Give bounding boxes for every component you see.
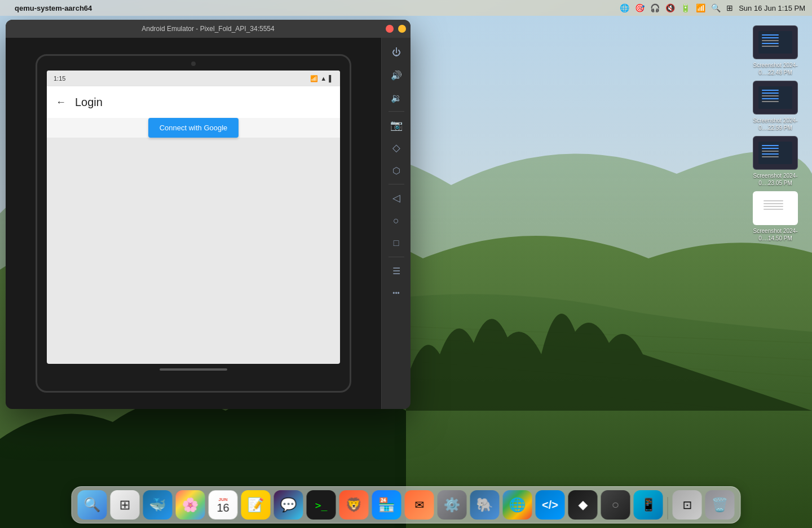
- screenshot-button[interactable]: 📷: [386, 115, 407, 135]
- window-controls: × −: [386, 25, 406, 33]
- dock-item-postman[interactable]: ✉: [405, 490, 434, 520]
- screenshot-label-4: Screenshot 2024-0....14.50 PM: [750, 227, 801, 242]
- dock-item-system-settings[interactable]: ⚙️: [438, 490, 467, 520]
- screenshot-label-3: Screenshot 2024-0....23.05 PM: [750, 172, 801, 187]
- back-arrow-icon[interactable]: ←: [56, 96, 66, 108]
- status-time: 1:15: [54, 75, 65, 82]
- sidebar-divider-2: [389, 184, 404, 184]
- volume-up-button[interactable]: 🔊: [386, 65, 407, 85]
- tablet-camera: [191, 61, 196, 66]
- dock-item-terminal[interactable]: >_: [307, 490, 336, 520]
- desktop-icons: Screenshot 2024-0....22.48 PM Screenshot…: [750, 25, 801, 242]
- mute-icon[interactable]: 🔇: [665, 3, 675, 12]
- tablet-frame: 1:15 📶 ▲ ▌ ← Login: [36, 54, 351, 393]
- dock-item-slack[interactable]: 💬: [274, 490, 303, 520]
- code-preview-3: [758, 142, 792, 164]
- desktop-icon-screenshot-1[interactable]: Screenshot 2024-0....22.48 PM: [750, 25, 801, 76]
- dock-item-calendar[interactable]: JUN 16: [209, 490, 238, 520]
- more-button[interactable]: ☰: [386, 261, 407, 281]
- code-preview-2: [758, 86, 792, 109]
- status-icons: 📶 ▲ ▌: [310, 75, 333, 82]
- dock-item-appstore[interactable]: 🏪: [372, 490, 401, 520]
- screenshot-label-1: Screenshot 2024-0....22.48 PM: [750, 61, 801, 76]
- login-header: ← Login: [47, 86, 340, 118]
- dock-item-launchpad[interactable]: ⊞: [111, 490, 140, 520]
- fold-button[interactable]: ⬡: [386, 160, 407, 181]
- screenshot-thumbnail-4: [753, 191, 798, 225]
- extra-button[interactable]: •••: [386, 283, 407, 303]
- power-button[interactable]: ⏻: [386, 42, 407, 63]
- dock-item-docker[interactable]: 🐳: [143, 490, 173, 520]
- dock-item-photos[interactable]: 🌸: [176, 490, 205, 520]
- window-title: Android Emulator - Pixel_Fold_API_34:555…: [142, 25, 274, 33]
- android-content: ← Login Connect with Google: [47, 86, 340, 138]
- rotate-button[interactable]: ◇: [386, 138, 407, 158]
- dock-item-finder2[interactable]: ⊡: [673, 490, 702, 520]
- screenshot-thumbnail-2: [753, 81, 798, 115]
- menubar-time: Sun 16 Jun 1:15 PM: [739, 4, 805, 12]
- dock-item-phone-mirror[interactable]: 📱: [634, 490, 663, 520]
- globe-icon[interactable]: 🌐: [620, 3, 629, 12]
- code-preview-1: [758, 31, 792, 54]
- login-title: Login: [75, 96, 103, 109]
- controlcenter-icon[interactable]: ⊞: [726, 3, 733, 12]
- dock-item-trash[interactable]: 🗑️: [705, 490, 735, 520]
- android-statusbar: 1:15 📶 ▲ ▌: [47, 71, 340, 86]
- volume-down-button[interactable]: 🔉: [386, 87, 407, 108]
- back-button[interactable]: ◁: [386, 188, 407, 208]
- recents-button[interactable]: □: [386, 233, 407, 253]
- wifi-icon[interactable]: 📶: [696, 3, 705, 12]
- minimize-button[interactable]: −: [398, 25, 406, 33]
- headphones-icon[interactable]: 🎧: [650, 3, 660, 12]
- menubar-app-name[interactable]: qemu-system-aarch64: [15, 4, 92, 12]
- battery-status-icon: ▌: [329, 75, 333, 82]
- dock-item-chrome[interactable]: 🌐: [503, 490, 532, 520]
- dock-item-finder[interactable]: 🔍: [78, 490, 107, 520]
- dock-item-unity[interactable]: ◆: [568, 490, 598, 520]
- tablet-area: 1:15 📶 ▲ ▌ ← Login: [6, 38, 381, 409]
- connect-google-button[interactable]: Connect with Google: [148, 118, 239, 138]
- menubar-right: 🌐 🎯 🎧 🔇 🔋 📶 🔍 ⊞ Sun 16 Jun 1:15 PM: [620, 3, 805, 12]
- wifi-status-icon: 📶: [310, 75, 318, 82]
- dock-item-vscode[interactable]: </>: [536, 490, 565, 520]
- dock-item-unity-hub[interactable]: ○: [601, 490, 630, 520]
- screenshot-thumbnail-1: [753, 25, 798, 59]
- sidebar-divider-1: [389, 111, 404, 112]
- sidebar-divider-3: [389, 257, 404, 257]
- battery-icon[interactable]: 🔋: [681, 3, 690, 12]
- search-icon[interactable]: 🔍: [711, 3, 721, 12]
- dock: 🔍 ⊞ 🐳 🌸 JUN 16 📝 💬 >_ 🦁 🏪 ✉: [72, 486, 741, 523]
- emulator-body: 1:15 📶 ▲ ▌ ← Login: [6, 38, 411, 409]
- emulator-sidebar: ⏻ 🔊 🔉 📷 ◇ ⬡ ◁ ○ □ ☰ •••: [381, 38, 411, 409]
- menubar: qemu-system-aarch64 🌐 🎯 🎧 🔇 🔋 📶 🔍 ⊞ Sun …: [0, 0, 812, 16]
- menubar-left: qemu-system-aarch64: [7, 4, 92, 12]
- desktop-icon-screenshot-4[interactable]: Screenshot 2024-0....14.50 PM: [750, 191, 801, 242]
- close-button[interactable]: ×: [386, 25, 394, 33]
- home-button[interactable]: ○: [386, 210, 407, 231]
- focus-icon[interactable]: 🎯: [635, 3, 645, 12]
- doc-preview-4: [760, 196, 791, 221]
- desktop-icon-screenshot-3[interactable]: Screenshot 2024-0....23.05 PM: [750, 136, 801, 187]
- tablet-screen[interactable]: 1:15 📶 ▲ ▌ ← Login: [47, 71, 340, 364]
- dock-item-notes[interactable]: 📝: [241, 490, 271, 520]
- desktop-icon-screenshot-2[interactable]: Screenshot 2024-0....22.59 PM: [750, 81, 801, 131]
- window-titlebar: Android Emulator - Pixel_Fold_API_34:555…: [6, 20, 411, 38]
- dock-item-brave[interactable]: 🦁: [339, 490, 369, 520]
- emulator-window: Android Emulator - Pixel_Fold_API_34:555…: [6, 20, 411, 409]
- signal-icon: ▲: [320, 75, 326, 82]
- screenshot-thumbnail-3: [753, 136, 798, 170]
- screenshot-label-2: Screenshot 2024-0....22.59 PM: [750, 117, 801, 131]
- dock-item-pgadmin[interactable]: 🐘: [470, 490, 500, 520]
- dock-separator: [668, 497, 668, 520]
- home-indicator: [160, 368, 227, 371]
- login-body: Connect with Google: [47, 118, 340, 138]
